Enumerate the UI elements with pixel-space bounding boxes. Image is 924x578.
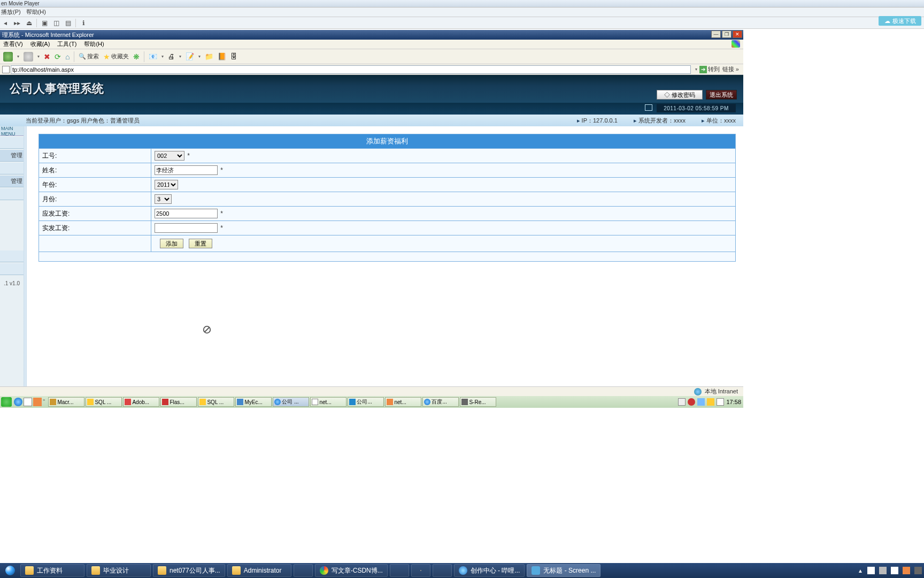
sidebar-item[interactable] [0,137,24,149]
win7-start-button[interactable] [2,565,18,576]
ie-menu-view[interactable]: 查看(V) [3,40,23,48]
fwd-dropdown-icon[interactable]: ▾ [37,54,40,59]
quicklaunch-more-icon[interactable]: » [43,398,45,406]
tray-icon[interactable] [717,398,724,406]
print-icon[interactable]: 🖨 [168,52,175,60]
quicklaunch-desktop-icon[interactable] [24,398,32,406]
win7-task-cloud[interactable] [390,564,409,577]
zone-label: 本地 Intranet [705,387,738,396]
change-password-button[interactable]: ◇ 修改密码 [657,90,703,100]
tray-icon[interactable] [688,398,695,406]
layout3-icon[interactable]: ▤ [64,19,72,27]
ie-statusbar: 本地 Intranet [0,386,743,396]
maximize-button[interactable]: ❐ [722,31,732,38]
tray-flag-icon[interactable] [867,567,875,574]
layout2-icon[interactable]: ◫ [52,19,60,27]
player-menu-help[interactable]: 帮助(H) [26,8,46,16]
xp-task-item[interactable]: net... [385,397,421,407]
tray-ime-icon[interactable] [903,567,910,574]
search-button[interactable]: 🔍 搜索 [79,52,99,60]
xp-task-item[interactable]: Adob... [123,397,159,407]
go-button[interactable]: ➔ 转到 [699,65,722,73]
xp-task-item[interactable]: SQL ... [198,397,234,407]
minimize-button[interactable]: — [711,31,721,38]
address-dropdown-icon[interactable]: ▾ [695,67,697,72]
quicklaunch-app-icon[interactable] [33,398,42,406]
reset-button[interactable]: 重置 [189,239,212,248]
folder-icon[interactable]: 📁 [205,52,213,60]
sidebar-item-manage2[interactable]: 管理 [0,176,24,187]
xp-task-item[interactable]: 公司 ... [273,397,309,407]
win7-task-folder[interactable]: 毕业设计 [87,564,151,577]
gross-salary-input[interactable] [155,209,218,218]
back-dropdown-icon[interactable]: ▾ [17,54,19,59]
xp-task-item[interactable]: 百度... [422,397,459,407]
label-month: 月份: [39,192,151,207]
info-icon[interactable]: ℹ [79,19,88,27]
links-label[interactable]: 链接 » [722,65,739,73]
empno-select[interactable]: 002 [155,151,184,161]
win7-task-browser[interactable]: 创作中心 - 哔哩... [454,564,525,577]
win7-task-player[interactable]: 无标题 - Screen ... [527,564,600,577]
cloud-download-badge[interactable]: ☁ 极速下载 [879,16,921,26]
xp-task-item[interactable]: MyEc... [235,397,272,407]
stop-icon[interactable]: ✖ [44,52,50,61]
sidebar-item[interactable] [0,188,24,200]
sidebar-item[interactable] [0,163,24,174]
player-menu-play[interactable]: 播放(P) [1,8,21,16]
tray-volume-icon[interactable] [707,398,714,406]
home-icon[interactable]: ⌂ [65,52,70,61]
quicklaunch-ie-icon[interactable] [14,398,22,406]
net-salary-input[interactable] [155,223,218,233]
win7-task-folder[interactable]: Administrator [227,564,291,577]
forward-icon[interactable]: ▸▸ [13,19,21,27]
svg-line-1 [205,328,210,332]
tray-ime2-icon[interactable] [914,567,922,574]
back-icon[interactable] [3,52,13,62]
ie-title-text: 理系统 - Microsoft Internet Explorer [2,31,94,39]
xp-start-button[interactable] [1,397,12,407]
tray-icon[interactable] [678,398,686,406]
ie-titlebar: 理系统 - Microsoft Internet Explorer — ❐ ✕ [0,30,743,40]
xp-task-item[interactable]: 公司... [348,397,384,407]
xp-task-item[interactable]: SQL ... [86,397,122,407]
rewind-icon[interactable]: ◂ [1,19,10,27]
sidebar-item-manage1[interactable]: 管理 [0,150,24,162]
year-select[interactable]: 2011 [155,180,178,189]
history-icon[interactable]: ❋ [133,52,140,61]
name-input[interactable] [155,165,218,175]
win7-task-chrome[interactable]: 写文章-CSDN博... [315,564,388,577]
book-icon[interactable]: 📙 [218,52,226,60]
eject-icon[interactable]: ⏏ [25,19,33,27]
xp-task-item[interactable]: net... [310,397,346,407]
win7-task-folder[interactable]: 工作资料 [20,564,84,577]
win7-task-notepad[interactable] [411,564,430,577]
month-select[interactable]: 3 [155,194,172,204]
ie-menu-help[interactable]: 帮助(H) [84,40,104,48]
mail-icon[interactable]: 📧 [149,52,157,60]
tray-chevron-icon[interactable]: ▲ [858,568,863,574]
edit-icon[interactable]: 📝 [186,52,194,60]
forward-icon[interactable] [24,52,33,62]
win7-task-tiles[interactable] [433,564,452,577]
address-input[interactable] [11,65,691,74]
add-button[interactable]: 添加 [160,239,183,248]
tray-volume-icon[interactable] [891,567,898,574]
ie-menu-tools[interactable]: 工具(T) [57,40,76,48]
xp-task-item[interactable]: S-Re... [460,397,496,407]
tray-icon[interactable] [697,398,705,406]
sidebar-item[interactable] [0,250,24,262]
xp-task-item[interactable]: Flas... [160,397,197,407]
layout1-icon[interactable]: ▣ [40,19,49,27]
sidebar-item[interactable] [0,263,24,275]
ie-menu-fav[interactable]: 收藏(A) [30,40,50,48]
tray-network-icon[interactable] [879,567,887,574]
close-button[interactable]: ✕ [733,31,742,38]
xp-task-item[interactable]: Macr... [48,397,84,407]
favorites-button[interactable]: ★ 收藏夹 [103,52,129,61]
refresh-icon[interactable]: ⟳ [55,52,61,61]
win7-task-folder[interactable]: net077公司人事... [153,564,225,577]
logout-button[interactable]: 退出系统 [706,90,737,100]
win7-task-app[interactable] [294,564,313,577]
cabinet-icon[interactable]: 🗄 [230,52,237,60]
